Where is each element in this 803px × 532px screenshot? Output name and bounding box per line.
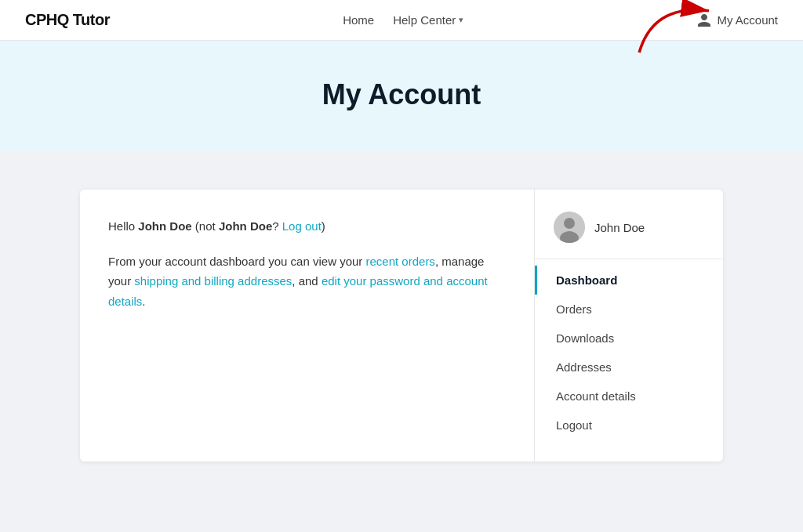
avatar-icon bbox=[554, 212, 585, 243]
avatar bbox=[554, 212, 585, 243]
sidebar-link-downloads[interactable]: Downloads bbox=[535, 324, 723, 353]
hero-banner: My Account bbox=[0, 41, 803, 152]
sidebar-user-name: John Doe bbox=[594, 221, 645, 234]
dashboard-description: From your account dashboard you can view… bbox=[108, 252, 506, 312]
greeting-text: Hello John Doe (not John Doe? Log out) bbox=[108, 218, 506, 236]
sidebar-link-addresses[interactable]: Addresses bbox=[535, 353, 723, 382]
sidebar-link-account-details[interactable]: Account details bbox=[535, 382, 723, 411]
nav-help-center[interactable]: Help Center ▾ bbox=[393, 13, 463, 27]
not-user-name: John Doe bbox=[219, 219, 272, 233]
sidebar-nav-item: Orders bbox=[535, 295, 723, 324]
main-content: Hello John Doe (not John Doe? Log out) F… bbox=[64, 190, 739, 461]
site-header: CPHQ Tutor Home Help Center ▾ My Account bbox=[0, 0, 803, 41]
recent-orders-link[interactable]: recent orders bbox=[366, 255, 435, 268]
sidebar-nav-item: Dashboard bbox=[535, 266, 723, 295]
dashboard-panel: Hello John Doe (not John Doe? Log out) F… bbox=[80, 190, 535, 461]
account-sidebar: John Doe DashboardOrdersDownloadsAddress… bbox=[535, 190, 723, 461]
sidebar-nav-item: Downloads bbox=[535, 324, 723, 353]
user-profile: John Doe bbox=[535, 212, 723, 259]
sidebar-link-logout[interactable]: Logout bbox=[535, 411, 723, 440]
page-title: My Account bbox=[0, 78, 803, 111]
user-greeting-name: John Doe bbox=[138, 219, 191, 233]
my-account-nav[interactable]: My Account bbox=[696, 13, 778, 28]
site-logo: CPHQ Tutor bbox=[25, 11, 110, 29]
sidebar-link-orders[interactable]: Orders bbox=[535, 295, 723, 324]
logout-inline-link[interactable]: Log out bbox=[282, 219, 322, 233]
account-card: Hello John Doe (not John Doe? Log out) F… bbox=[80, 190, 723, 461]
my-account-label: My Account bbox=[717, 13, 778, 27]
sidebar-nav-item: Addresses bbox=[535, 353, 723, 382]
sidebar-nav-item: Account details bbox=[535, 382, 723, 411]
sidebar-nav-item: Logout bbox=[535, 411, 723, 440]
sidebar-link-dashboard[interactable]: Dashboard bbox=[535, 266, 723, 295]
user-icon bbox=[696, 13, 712, 28]
main-nav: Home Help Center ▾ bbox=[343, 13, 463, 27]
chevron-down-icon: ▾ bbox=[459, 15, 463, 25]
shipping-billing-link[interactable]: shipping and billing addresses bbox=[134, 274, 292, 288]
nav-home[interactable]: Home bbox=[343, 13, 374, 27]
svg-point-2 bbox=[564, 218, 575, 229]
sidebar-navigation: DashboardOrdersDownloadsAddressesAccount… bbox=[535, 266, 723, 440]
